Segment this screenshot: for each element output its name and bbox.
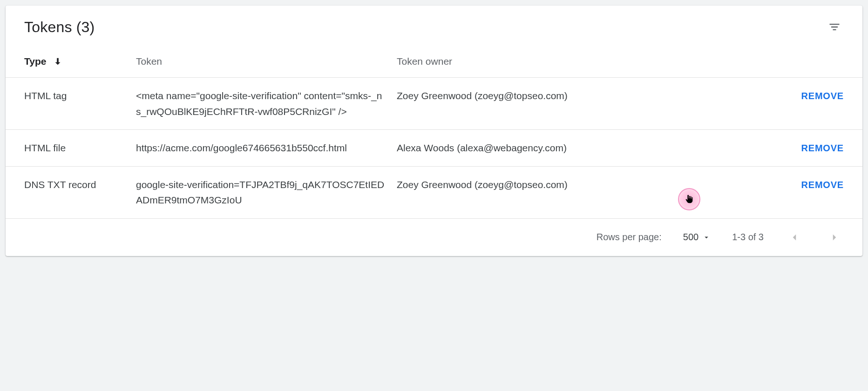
rows-per-page-value: 500	[683, 232, 698, 243]
column-header-type[interactable]: Type	[6, 46, 136, 78]
column-header-token[interactable]: Token	[136, 46, 397, 78]
rows-per-page-select[interactable]: 500	[683, 232, 711, 243]
sort-arrow-down-icon	[53, 56, 63, 67]
column-header-type-label: Type	[24, 56, 46, 67]
table-header-row: Type Token Token owner	[6, 46, 862, 78]
tokens-card: Tokens (3) Type	[6, 6, 862, 256]
cell-token: <meta name="google-site-verification" co…	[136, 78, 397, 130]
table-body: HTML tag <meta name="google-site-verific…	[6, 78, 862, 219]
chevron-left-icon	[788, 231, 800, 243]
table-row: DNS TXT record google-site-verification=…	[6, 166, 862, 218]
column-header-action	[630, 46, 862, 78]
table-row: HTML tag <meta name="google-site-verific…	[6, 78, 862, 130]
cell-type: HTML file	[6, 130, 136, 167]
filter-button[interactable]	[825, 18, 844, 36]
remove-button[interactable]: REMOVE	[801, 180, 844, 190]
cell-owner: Zoey Greenwood (zoeyg@topseo.com)	[397, 78, 630, 130]
pagination-range: 1-3 of 3	[732, 232, 764, 243]
cell-owner: Alexa Woods (alexa@webagency.com)	[397, 130, 630, 167]
card-header: Tokens (3)	[6, 6, 862, 46]
tokens-table: Type Token Token owner HTML tag <m	[6, 46, 862, 219]
cell-type: HTML tag	[6, 78, 136, 130]
dropdown-icon	[702, 233, 711, 242]
remove-button[interactable]: REMOVE	[801, 143, 844, 153]
prev-page-button[interactable]	[785, 228, 804, 247]
cell-token: https://acme.com/google674665631b550ccf.…	[136, 130, 397, 167]
page-title: Tokens (3)	[24, 19, 95, 36]
cell-type: DNS TXT record	[6, 166, 136, 218]
table-row: HTML file https://acme.com/google6746656…	[6, 130, 862, 167]
table-footer: Rows per page: 500 1-3 of 3	[6, 219, 862, 256]
remove-button[interactable]: REMOVE	[801, 91, 844, 101]
column-header-owner[interactable]: Token owner	[397, 46, 630, 78]
cell-token: google-site-verification=TFJPA2TBf9j_qAK…	[136, 166, 397, 218]
filter-icon	[828, 20, 841, 34]
next-page-button[interactable]	[825, 228, 844, 247]
chevron-right-icon	[828, 231, 841, 243]
rows-per-page-label: Rows per page:	[597, 232, 662, 243]
cell-owner: Zoey Greenwood (zoeyg@topseo.com)	[397, 166, 630, 218]
